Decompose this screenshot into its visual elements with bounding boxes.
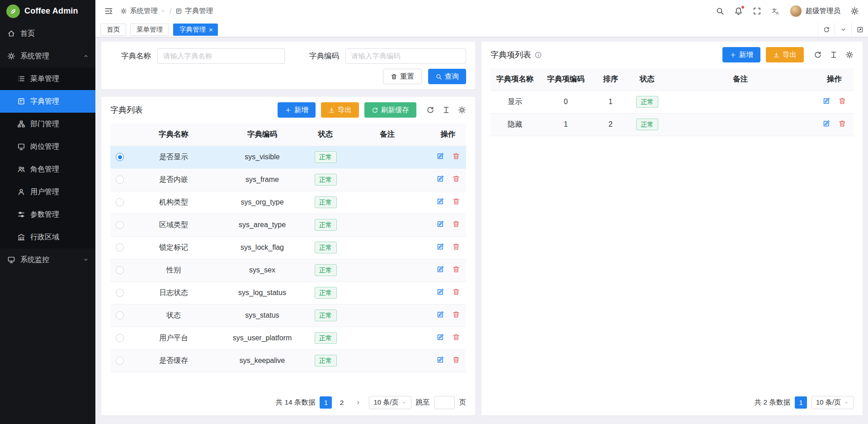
row-select-radio[interactable] bbox=[116, 357, 124, 365]
expand-control[interactable] bbox=[851, 22, 868, 37]
sidebar-item-post-management[interactable]: 岗位管理 bbox=[0, 135, 95, 158]
chevron-down-control[interactable] bbox=[835, 22, 851, 37]
dict-code-input[interactable] bbox=[345, 48, 466, 64]
sidebar-item-role-management[interactable]: 角色管理 bbox=[0, 158, 95, 181]
page-1-button[interactable]: 1 bbox=[320, 396, 332, 409]
trash-icon[interactable] bbox=[452, 310, 460, 319]
page-size-select[interactable]: 10 条/页 bbox=[369, 396, 411, 409]
refresh-button[interactable] bbox=[426, 106, 434, 114]
row-select-radio[interactable] bbox=[116, 153, 124, 161]
gear-button[interactable] bbox=[845, 51, 854, 59]
edit-icon[interactable] bbox=[436, 310, 444, 319]
refresh-cache-button[interactable]: 刷新缓存 bbox=[364, 102, 416, 118]
edit-icon[interactable] bbox=[822, 119, 830, 128]
trash-icon[interactable] bbox=[838, 97, 846, 105]
dict-table-row[interactable]: 是否内嵌sys_frame正常 bbox=[110, 168, 466, 191]
trash-icon[interactable] bbox=[452, 333, 460, 341]
add-dict-item-button[interactable]: 新增 bbox=[722, 47, 760, 62]
breadcrumb-item-dict[interactable]: 字典管理 bbox=[175, 6, 213, 16]
edit-icon[interactable] bbox=[436, 288, 444, 296]
dict-table-row[interactable]: 区域类型sys_area_type正常 bbox=[110, 214, 466, 236]
edit-icon[interactable] bbox=[436, 197, 444, 205]
sidebar-item-system-management[interactable]: 系统管理 bbox=[0, 45, 95, 67]
trash-icon[interactable] bbox=[452, 288, 460, 296]
user-menu[interactable]: 超级管理员 bbox=[790, 5, 841, 17]
trash-icon[interactable] bbox=[838, 119, 846, 128]
item-name-cell: 显示 bbox=[491, 91, 539, 113]
row-select-radio[interactable] bbox=[116, 176, 124, 184]
edit-icon[interactable] bbox=[436, 220, 444, 228]
dict-item-row[interactable]: 隐藏12正常 bbox=[491, 113, 854, 136]
edit-icon[interactable] bbox=[436, 243, 444, 251]
row-select-radio[interactable] bbox=[116, 266, 124, 274]
trash-icon[interactable] bbox=[452, 175, 460, 183]
edit-icon[interactable] bbox=[436, 152, 444, 160]
sidebar-item-dept-management[interactable]: 部门管理 bbox=[0, 113, 95, 135]
edit-icon[interactable] bbox=[436, 356, 444, 364]
row-select-radio[interactable] bbox=[116, 289, 124, 297]
add-dict-button[interactable]: 新增 bbox=[278, 102, 316, 118]
query-button[interactable]: 查询 bbox=[428, 69, 466, 84]
dict-table-row[interactable]: 状态sys_status正常 bbox=[110, 304, 466, 327]
breadcrumb-item-system[interactable]: 系统管理 bbox=[120, 6, 165, 16]
dict-table-row[interactable]: 是否缓存sys_keepalive正常 bbox=[110, 349, 466, 372]
page-size-select[interactable]: 10 条/页 bbox=[811, 396, 854, 409]
sidebar-item-system-monitor[interactable]: 系统监控 bbox=[0, 248, 95, 271]
collapse-sidebar-button[interactable] bbox=[104, 7, 113, 15]
row-select-radio[interactable] bbox=[116, 198, 124, 206]
export-dict-button[interactable]: 导出 bbox=[321, 102, 359, 118]
close-tab-icon[interactable]: × bbox=[209, 26, 213, 33]
translate-button[interactable]: 文A bbox=[771, 7, 780, 15]
breadcrumb-label: 字典管理 bbox=[185, 6, 213, 16]
next-page-button[interactable] bbox=[352, 396, 364, 409]
row-select-radio[interactable] bbox=[116, 334, 124, 342]
sidebar-item-user-management[interactable]: 用户管理 bbox=[0, 181, 95, 203]
sidebar-item-menu-management[interactable]: 菜单管理 bbox=[0, 67, 95, 90]
dict-table-row[interactable]: 是否显示sys_visible正常 bbox=[110, 146, 466, 168]
notifications-button[interactable] bbox=[734, 7, 743, 15]
dict-name-cell: 是否显示 bbox=[129, 146, 218, 168]
tab-home[interactable]: 首页 bbox=[100, 24, 126, 36]
dict-table-row[interactable]: 机构类型sys_org_type正常 bbox=[110, 191, 466, 214]
refresh-button[interactable] bbox=[814, 51, 822, 59]
export-dict-item-button[interactable]: 导出 bbox=[766, 47, 804, 62]
sidebar-item-dict-management[interactable]: 字典管理 bbox=[0, 90, 95, 113]
dict-table-row[interactable]: 用户平台sys_user_platform正常 bbox=[110, 327, 466, 349]
fullscreen-button[interactable] bbox=[753, 7, 761, 15]
sidebar-item-home[interactable]: 首页 bbox=[0, 22, 95, 45]
edit-icon[interactable] bbox=[436, 333, 444, 341]
trash-icon[interactable] bbox=[452, 197, 460, 205]
dict-name-input[interactable] bbox=[157, 48, 285, 64]
trash-icon[interactable] bbox=[452, 152, 460, 160]
page-1-button[interactable]: 1 bbox=[795, 396, 807, 409]
edit-icon[interactable] bbox=[436, 175, 444, 183]
row-select-radio[interactable] bbox=[116, 243, 124, 252]
sidebar-item-label: 菜单管理 bbox=[30, 74, 59, 84]
trash-icon[interactable] bbox=[452, 356, 460, 364]
refresh-control[interactable] bbox=[818, 22, 835, 37]
search-button[interactable] bbox=[716, 7, 724, 15]
trash-icon[interactable] bbox=[452, 265, 460, 273]
page-jump-input[interactable] bbox=[434, 396, 455, 409]
column-setting-button[interactable] bbox=[830, 51, 838, 59]
edit-icon[interactable] bbox=[436, 265, 444, 273]
sidebar-item-admin-region[interactable]: 行政区域 bbox=[0, 226, 95, 248]
dict-item-row[interactable]: 显示01正常 bbox=[491, 91, 854, 113]
trash-icon[interactable] bbox=[452, 220, 460, 228]
reset-button[interactable]: 重置 bbox=[383, 69, 422, 84]
column-setting-button[interactable] bbox=[442, 106, 450, 114]
row-select-radio[interactable] bbox=[116, 311, 124, 319]
trash-icon[interactable] bbox=[452, 243, 460, 251]
refresh-icon bbox=[372, 107, 378, 114]
tab-menu-management[interactable]: 菜单管理 bbox=[130, 24, 169, 36]
page-2-button[interactable]: 2 bbox=[335, 396, 348, 409]
row-select-radio[interactable] bbox=[116, 221, 124, 229]
sidebar-item-param-management[interactable]: 参数管理 bbox=[0, 203, 95, 226]
settings-button[interactable] bbox=[850, 7, 859, 15]
dict-table-row[interactable]: 锁定标记sys_lock_flag正常 bbox=[110, 236, 466, 259]
dict-table-row[interactable]: 性别sys_sex正常 bbox=[110, 259, 466, 281]
edit-icon[interactable] bbox=[822, 97, 830, 105]
gear-button[interactable] bbox=[458, 106, 466, 114]
dict-table-row[interactable]: 日志状态sys_log_status正常 bbox=[110, 281, 466, 304]
tab-dict-management[interactable]: 字典管理× bbox=[173, 24, 218, 36]
